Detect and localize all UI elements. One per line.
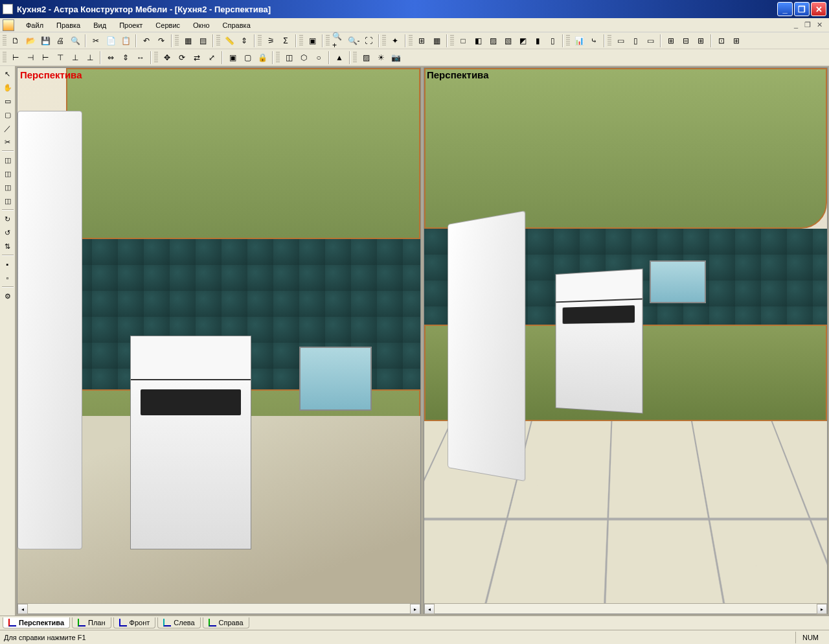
menu-окно[interactable]: Окно	[187, 20, 216, 30]
detail2-icon[interactable]: ▫	[1, 271, 14, 284]
view-tab-0[interactable]: Перспектива	[3, 617, 70, 628]
scroll-left-button[interactable]: ◂	[424, 604, 435, 614]
menu-сервис[interactable]: Сервис	[149, 20, 187, 30]
select-icon[interactable]: ↖	[1, 67, 14, 80]
save-icon[interactable]: 💾	[38, 34, 52, 48]
menu-проект[interactable]: Проект	[113, 20, 149, 30]
toolbar-grip[interactable]	[382, 35, 386, 47]
cylinder-icon[interactable]: ⬡	[297, 51, 311, 65]
mirror-icon[interactable]: ⇄	[190, 51, 204, 65]
scroll-right-button[interactable]: ▸	[817, 604, 827, 614]
print-preview-icon[interactable]: 🔍	[68, 34, 82, 48]
flip-icon[interactable]: ⇅	[1, 240, 14, 253]
align-center-h-icon[interactable]: ⊣	[23, 51, 38, 65]
align-right-icon[interactable]: ⊢	[38, 51, 52, 65]
dimension-icon[interactable]: 📏	[222, 34, 236, 48]
scale-icon[interactable]: ⤢	[205, 51, 219, 65]
config-icon[interactable]: ⚙	[1, 290, 14, 303]
redo-icon[interactable]: ↷	[154, 34, 168, 48]
toolbar-grip[interactable]	[608, 35, 611, 47]
mdi-close-button[interactable]: ✕	[815, 21, 824, 29]
spacing-icon[interactable]: ↔	[133, 51, 148, 65]
layout3-icon[interactable]: ▭	[643, 34, 657, 48]
undo-icon[interactable]: ↶	[139, 34, 153, 48]
toolbar-grip[interactable]	[154, 52, 158, 63]
door-icon[interactable]: ▯	[545, 34, 560, 48]
camera-icon[interactable]: 📷	[389, 51, 403, 65]
toolbar-grip[interactable]	[566, 35, 570, 47]
open-icon[interactable]: 📂	[23, 34, 38, 48]
rotate-ccw-icon[interactable]: ↺	[1, 226, 14, 239]
copy-icon[interactable]: 📄	[104, 34, 118, 48]
scroll-left-button[interactable]: ◂	[17, 604, 28, 614]
view-tab-1[interactable]: План	[72, 617, 111, 628]
app-menu-icon[interactable]	[3, 19, 14, 31]
align-left-icon[interactable]: ⊢	[8, 51, 23, 65]
box-yellow-icon[interactable]: ▨	[486, 34, 500, 48]
align-top-icon[interactable]: ⊤	[53, 51, 67, 65]
tree-icon[interactable]: ⚞	[264, 34, 278, 48]
panel-icon[interactable]: ▮	[530, 34, 545, 48]
toolbar-grip[interactable]	[409, 35, 413, 47]
menu-справка[interactable]: Справка	[216, 20, 257, 30]
layout4-icon[interactable]: ⊞	[664, 34, 678, 48]
cabinet-icon[interactable]: ▭	[1, 95, 14, 108]
mdi-restore-button[interactable]: ❐	[803, 21, 812, 29]
move-icon[interactable]: ✥	[160, 51, 174, 65]
scissors-icon[interactable]: ✂	[1, 135, 14, 148]
new-icon[interactable]: 🗋	[8, 34, 23, 48]
view-tab-4[interactable]: Справа	[203, 617, 249, 628]
hand-icon[interactable]: ✋	[1, 81, 14, 94]
minimize-button[interactable]: _	[777, 2, 793, 16]
material-icon[interactable]: ▤	[196, 34, 210, 48]
view-tab-2[interactable]: Фронт	[113, 617, 156, 628]
toolbar-grip[interactable]	[353, 52, 357, 63]
viewport-right-canvas[interactable]: Перспектива	[424, 68, 827, 603]
light-icon[interactable]: ☀	[374, 51, 388, 65]
sphere-icon[interactable]: ○	[312, 51, 326, 65]
toolbar-grip[interactable]	[299, 35, 303, 47]
toolbar-grip[interactable]	[276, 52, 280, 63]
viewport-right[interactable]: Перспектива ◂ ▸	[424, 67, 828, 614]
zoom-out-icon[interactable]: 🔍-	[346, 34, 361, 48]
layout1-icon[interactable]: ▭	[613, 34, 628, 48]
layer-icon[interactable]: ▦	[181, 34, 195, 48]
close-button[interactable]: ✕	[811, 2, 826, 16]
render-icon[interactable]: ✦	[388, 34, 402, 48]
line-icon[interactable]: ／	[1, 122, 14, 135]
scroll-track[interactable]	[28, 604, 410, 614]
view3-icon[interactable]: ◫	[1, 181, 14, 194]
scroll-right-button[interactable]: ▸	[410, 604, 420, 614]
layout7-icon[interactable]: ⊡	[714, 34, 729, 48]
view1-icon[interactable]: ◫	[1, 154, 14, 167]
texture-icon[interactable]: ▨	[359, 51, 373, 65]
view4-icon[interactable]: ◫	[1, 194, 14, 207]
grid-icon[interactable]: ▦	[429, 34, 444, 48]
viewport-left-scrollbar[interactable]: ◂ ▸	[17, 603, 420, 614]
toolbar-grip[interactable]	[450, 35, 454, 47]
zoom-fit-icon[interactable]: ⛶	[361, 34, 376, 48]
zoom-in-icon[interactable]: 🔍+	[332, 34, 346, 48]
toolbar-grip[interactable]	[216, 35, 220, 47]
toolbar-grip[interactable]	[175, 35, 179, 47]
toolbar-grip[interactable]	[3, 35, 6, 47]
print-icon[interactable]: 🖨	[53, 34, 67, 48]
box-icon[interactable]: □	[456, 34, 470, 48]
group-icon[interactable]: ▣	[225, 51, 240, 65]
sum-icon[interactable]: Σ	[278, 34, 293, 48]
align-bottom-icon[interactable]: ⊥	[83, 51, 97, 65]
lock-icon[interactable]: 🔒	[255, 51, 269, 65]
distribute-v-icon[interactable]: ⇕	[119, 51, 133, 65]
toolbar-grip[interactable]	[326, 35, 330, 47]
menu-правка[interactable]: Правка	[50, 20, 87, 30]
rect-icon[interactable]: ▢	[1, 108, 14, 121]
ungroup-icon[interactable]: ▢	[240, 51, 255, 65]
rotate-cw-icon[interactable]: ↻	[1, 213, 14, 225]
viewport-right-scrollbar[interactable]: ◂ ▸	[424, 603, 827, 614]
detail1-icon[interactable]: ▪	[1, 258, 14, 271]
layout5-icon[interactable]: ⊟	[679, 34, 693, 48]
maximize-button[interactable]: ❐	[794, 2, 810, 16]
link-icon[interactable]: ⤷	[587, 34, 601, 48]
align-middle-icon[interactable]: ⊥	[68, 51, 82, 65]
layout8-icon[interactable]: ⊞	[729, 34, 744, 48]
